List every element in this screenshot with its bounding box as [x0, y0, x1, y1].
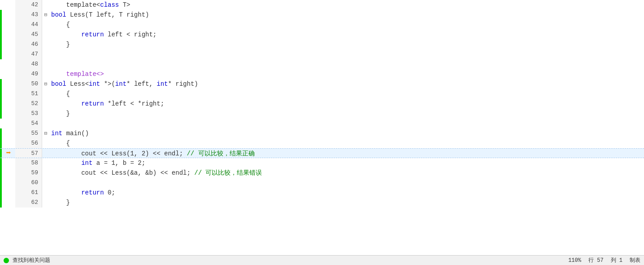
code-line: 56 {: [0, 138, 644, 148]
token-plain: [51, 159, 81, 167]
fold-indicator: [42, 40, 49, 49]
gutter-col: [2, 0, 15, 10]
fold-indicator[interactable]: ⊟: [42, 10, 49, 20]
code-content: [49, 119, 644, 128]
gutter-col: [2, 99, 15, 109]
token-plain: main(): [62, 130, 89, 137]
code-line: 61 return 0;: [0, 188, 644, 198]
code-line: 52 return *left < *right;: [0, 99, 644, 109]
code-line: 51 {: [0, 89, 644, 99]
gutter-col: [2, 178, 15, 188]
token-plain: cout: [51, 150, 100, 157]
fold-indicator: [42, 149, 49, 158]
token-plain: Less(T left, T right): [66, 11, 149, 18]
token-cmt: // 可以比较，结果正确: [187, 150, 254, 157]
code-lines: 42 template<class T>43⊟bool Less(T left,…: [0, 0, 644, 255]
line-number: 46: [15, 40, 42, 49]
line-number: 56: [15, 138, 42, 148]
editor-container: 42 template<class T>43⊟bool Less(T left,…: [0, 0, 644, 265]
line-number: 57: [15, 149, 42, 158]
fold-indicator: [42, 168, 49, 178]
code-line: 55⊟int main(): [0, 128, 644, 138]
fold-indicator: [42, 138, 49, 148]
fold-indicator: [42, 188, 49, 198]
fold-indicator: [42, 30, 49, 40]
line-number: 48: [15, 59, 42, 69]
token-kw2: return: [81, 189, 104, 196]
code-content: }: [49, 109, 644, 119]
token-plain: * left,: [126, 80, 157, 88]
gutter-col: [2, 158, 15, 168]
line-number: 50: [15, 79, 42, 89]
token-plain: < *right;: [130, 100, 164, 107]
token-kw2: bool: [51, 11, 66, 18]
row-indicator: 行 57: [588, 256, 604, 264]
gutter-col: [2, 79, 15, 89]
token-plain: *left: [104, 100, 131, 107]
token-kw2: return: [81, 100, 104, 107]
token-plain: << Less(1, 2) << endl;: [100, 150, 187, 157]
line-number: 55: [15, 128, 42, 138]
token-plain: {: [51, 90, 70, 97]
code-area: 42 template<class T>43⊟bool Less(T left,…: [0, 0, 644, 255]
fold-indicator[interactable]: ⊟: [42, 128, 49, 138]
code-content: template<class T>: [49, 0, 644, 10]
zoom-level: 110%: [568, 257, 581, 264]
fold-indicator: [42, 178, 49, 188]
token-kw2: class: [100, 1, 119, 9]
fold-indicator: [42, 49, 49, 59]
code-content: }: [49, 198, 644, 208]
token-kw2: int: [89, 80, 100, 88]
code-content: {: [49, 20, 644, 30]
token-plain: <: [96, 1, 100, 9]
gutter-col: [2, 40, 15, 49]
line-number: 47: [15, 49, 42, 59]
code-content: int main(): [49, 128, 644, 138]
gutter-col: [2, 59, 15, 69]
token-kw2: return: [81, 31, 104, 38]
code-content: {: [49, 138, 644, 148]
line-number: 61: [15, 188, 42, 198]
token-plain: Less: [66, 80, 85, 88]
code-content: return left < right;: [49, 30, 644, 40]
gutter-col: [2, 20, 15, 30]
code-line: 53 }: [0, 109, 644, 119]
code-line: 42 template<class T>: [0, 0, 644, 10]
code-line: 44 {: [0, 20, 644, 30]
line-number: 44: [15, 20, 42, 30]
gutter-col: [2, 30, 15, 40]
code-content: {: [49, 89, 644, 99]
line-number: 60: [15, 178, 42, 188]
gutter-col: [2, 119, 15, 128]
code-content: }: [49, 40, 644, 49]
code-line: 58 int a = 1, b = 2;: [0, 158, 644, 168]
code-content: int a = 1, b = 2;: [49, 158, 644, 168]
fold-indicator: [42, 20, 49, 30]
line-number: 58: [15, 158, 42, 168]
code-content: [49, 59, 644, 69]
code-content: bool Less<int *>(int* left, int* right): [49, 79, 644, 89]
token-plain: }: [51, 199, 70, 206]
code-line: 47: [0, 49, 644, 59]
token-plain: T>: [119, 1, 130, 9]
token-plain: *>(: [100, 80, 115, 88]
fold-indicator: [42, 119, 49, 128]
token-plain: }: [51, 41, 70, 48]
token-plain: [51, 100, 81, 107]
token-cmt: // 可以比较，结果错误: [194, 169, 262, 177]
token-plain: {: [51, 140, 70, 147]
fold-indicator: [42, 59, 49, 69]
gutter-col: [2, 49, 15, 59]
code-line: 59 cout << Less(&a, &b) << endl; // 可以比较…: [0, 168, 644, 178]
code-content: [49, 49, 644, 59]
fold-indicator: [42, 198, 49, 208]
gutter-col: ➡: [2, 149, 15, 158]
code-content: return *left < *right;: [49, 99, 644, 109]
token-plain: {: [51, 21, 70, 28]
code-content: return 0;: [49, 188, 644, 198]
token-plain: <: [85, 80, 89, 88]
fold-indicator[interactable]: ⊟: [42, 79, 49, 89]
code-line: 43⊟bool Less(T left, T right): [0, 10, 644, 20]
token-plain: [51, 31, 81, 38]
line-number: 53: [15, 109, 42, 119]
